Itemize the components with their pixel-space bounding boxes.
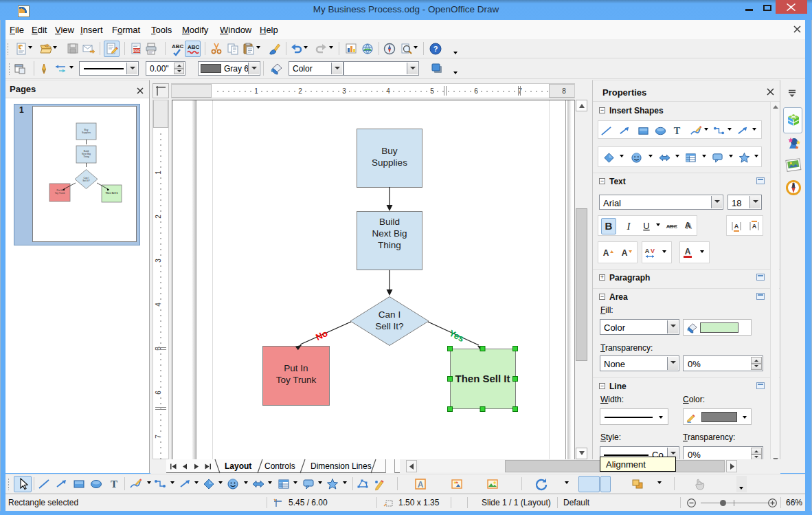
- svg-text:N: N: [792, 182, 795, 186]
- svg-text:Next Big: Next Big: [372, 228, 407, 239]
- svg-text:Then Sell It: Then Sell It: [105, 192, 118, 195]
- svg-text:Yes: Yes: [447, 328, 466, 344]
- svg-text:A: A: [645, 248, 650, 254]
- svg-text:Toy Trunk: Toy Trunk: [55, 192, 65, 195]
- svg-text:A: A: [418, 480, 424, 490]
- svg-text:Build: Build: [379, 217, 400, 227]
- svg-text:Thing: Thing: [83, 155, 89, 158]
- svg-text:4: 4: [155, 303, 162, 307]
- svg-text:Put In: Put In: [284, 363, 308, 373]
- svg-text:2: 2: [298, 87, 302, 95]
- svg-text:3: 3: [342, 87, 346, 95]
- svg-text:T: T: [673, 125, 680, 136]
- svg-text:A: A: [752, 223, 757, 230]
- svg-text:T: T: [111, 479, 117, 490]
- svg-text:ABC: ABC: [188, 44, 200, 50]
- svg-text:6: 6: [155, 391, 162, 395]
- svg-text:A: A: [622, 248, 628, 258]
- svg-text:A: A: [685, 221, 691, 230]
- svg-text:4: 4: [386, 87, 390, 95]
- svg-text:1: 1: [254, 87, 258, 95]
- svg-text:Then Sell It: Then Sell It: [455, 373, 510, 384]
- svg-text:A: A: [734, 223, 739, 230]
- svg-text:A: A: [603, 248, 609, 258]
- svg-text:U: U: [643, 221, 649, 231]
- svg-text:ABC: ABC: [172, 43, 184, 50]
- svg-text:7: 7: [155, 435, 162, 439]
- svg-text:2: 2: [155, 215, 162, 219]
- svg-text:Supplies: Supplies: [372, 157, 407, 168]
- svg-text:6: 6: [474, 87, 478, 95]
- svg-text:Thing: Thing: [378, 240, 401, 250]
- svg-text:Sell It?: Sell It?: [375, 321, 403, 331]
- svg-text:A: A: [685, 247, 691, 256]
- svg-text:PDF: PDF: [133, 49, 142, 53]
- svg-text:V: V: [651, 248, 655, 254]
- svg-text:Sell It?: Sell It?: [82, 179, 89, 182]
- svg-text:No: No: [314, 328, 329, 342]
- svg-text:3: 3: [155, 259, 162, 263]
- svg-text:8: 8: [562, 87, 566, 95]
- svg-text:Buy: Buy: [381, 146, 398, 156]
- svg-text:?: ?: [433, 45, 438, 53]
- svg-text:I: I: [627, 221, 631, 232]
- svg-text:Toy Trunk: Toy Trunk: [276, 375, 317, 385]
- svg-text:B: B: [605, 220, 613, 232]
- svg-text:5: 5: [430, 87, 434, 95]
- svg-text:1: 1: [155, 171, 162, 175]
- svg-text:Supplies: Supplies: [82, 131, 91, 134]
- svg-text:Can I: Can I: [379, 309, 401, 320]
